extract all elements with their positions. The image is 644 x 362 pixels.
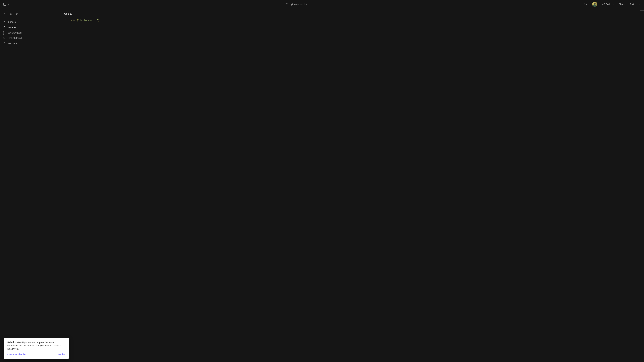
file-name: yarn.lock — [8, 42, 17, 44]
fork-label: Fork — [630, 3, 634, 5]
code-line-1: print("Hello world!") — [70, 19, 99, 22]
vscode-label: VS Code — [602, 3, 611, 5]
project-name: python-project — [290, 3, 305, 5]
code-area[interactable]: 1 print("Hello world!") — [64, 19, 644, 22]
file-name: package.json — [8, 31, 22, 34]
token-close-paren: ) — [98, 19, 99, 22]
toast-primary-action[interactable]: Create Dockerfile — [8, 353, 26, 356]
file-list: index.jsmain.py{ }package.jsonREADME.mdy… — [0, 18, 64, 46]
git-tab-icon[interactable] — [16, 12, 19, 15]
app-logo[interactable] — [3, 3, 6, 5]
cube-icon — [286, 3, 288, 5]
svg-point-4 — [18, 13, 18, 14]
topbar: python-project VS Code Share — [0, 0, 644, 8]
file-row[interactable]: yarn.lock — [0, 41, 64, 46]
fork-button[interactable]: Fork — [630, 3, 634, 5]
avatar[interactable] — [592, 2, 597, 7]
editor: main.py 1 print("Hello world!") — [64, 8, 644, 362]
chevron-down-icon — [612, 3, 614, 5]
braces-icon: { } — [3, 31, 6, 34]
explorer-tab-icon[interactable] — [3, 12, 6, 15]
share-button[interactable]: Share — [619, 3, 625, 5]
file-name: main.py — [8, 26, 16, 28]
token-string: "Hello world!" — [78, 19, 98, 22]
file-name: README.md — [8, 37, 22, 39]
file-row[interactable]: main.py — [0, 25, 64, 30]
search-tab-icon[interactable] — [10, 12, 12, 15]
project-switcher[interactable]: python-project — [286, 3, 308, 5]
fork-chevron-icon[interactable] — [639, 3, 641, 5]
svg-point-3 — [16, 14, 17, 15]
file-icon — [3, 42, 6, 45]
share-label: Share — [619, 3, 625, 5]
file-icon — [3, 26, 6, 29]
file-row[interactable]: { }package.json — [0, 30, 64, 35]
svg-point-2 — [16, 13, 17, 14]
toast-message: Failed to start Python autocomplete beca… — [8, 341, 65, 351]
file-name: index.js — [8, 21, 16, 23]
app-menu-chevron-icon[interactable] — [8, 3, 10, 5]
new-pane-icon[interactable] — [584, 2, 588, 6]
svg-point-1 — [10, 13, 12, 14]
token-fn: print — [70, 19, 77, 22]
open-file-name: main.py — [64, 12, 644, 19]
line-number: 1 — [64, 19, 70, 22]
vscode-button[interactable]: VS Code — [602, 3, 614, 5]
file-icon — [3, 21, 6, 23]
toast-secondary-action[interactable]: Dismiss — [57, 353, 65, 356]
sidebar: index.jsmain.py{ }package.jsonREADME.mdy… — [0, 8, 64, 362]
file-row[interactable]: README.md — [0, 35, 64, 41]
minimap-indicator — [640, 10, 644, 11]
toast: Failed to start Python autocomplete beca… — [4, 338, 69, 359]
project-chevron-icon — [306, 3, 308, 5]
file-row[interactable]: index.js — [0, 19, 64, 25]
lines-icon — [3, 37, 6, 39]
